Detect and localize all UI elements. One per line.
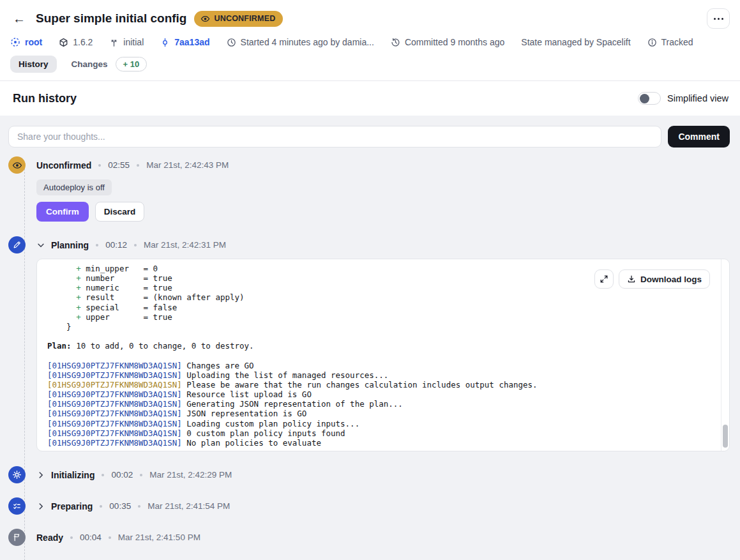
- log-line: + upper = true: [47, 312, 719, 322]
- checklist-icon: [8, 497, 26, 515]
- entry-name: Ready: [36, 533, 63, 543]
- chevron-right-icon[interactable]: [36, 502, 45, 511]
- discard-button[interactable]: Discard: [95, 202, 145, 222]
- log-line: }: [47, 322, 719, 331]
- autodeploy-badge: Autodeploy is off: [36, 179, 112, 195]
- meta-commit[interactable]: 7aa13ad: [160, 37, 209, 47]
- commit-link[interactable]: 7aa13ad: [174, 37, 209, 47]
- log-line: + result = (known after apply): [47, 292, 719, 302]
- meta-version: 1.6.2: [59, 37, 93, 47]
- status-badge-label: UNCONFIRMED: [214, 14, 275, 23]
- run-history-content: Comment Unconfirmed 02:55 Mar 21st, 2:42…: [0, 116, 740, 560]
- section-title: Run history: [13, 92, 77, 105]
- back-button[interactable]: ←: [10, 11, 28, 26]
- simplified-view-label: Simplified view: [667, 93, 729, 103]
- eye-icon: [200, 14, 210, 24]
- run-timeline: Unconfirmed 02:55 Mar 21st, 2:42:43 PM A…: [8, 156, 730, 560]
- log-line: [47, 351, 719, 360]
- timeline-entry-unconfirmed: Unconfirmed 02:55 Mar 21st, 2:42:43 PM A…: [8, 156, 730, 225]
- meta-space[interactable]: root: [10, 37, 42, 47]
- branch-label: initial: [123, 37, 144, 47]
- simplified-view-toggle[interactable]: [638, 92, 661, 105]
- planning-log-panel: + min_upper = 0 + number = true + numeri…: [36, 259, 730, 451]
- expand-logs-button[interactable]: [594, 269, 614, 289]
- log-line: [01HSG9J0PTZJ7FKNM8WD3AQ1SN] 0 custom pl…: [47, 428, 719, 438]
- meta-state-managed: State managed by Spacelift: [521, 37, 630, 47]
- download-icon: [627, 275, 636, 284]
- log-line: [01HSG9J0PTZJ7FKNM8WD3AQ1SN] No plan pol…: [47, 438, 719, 448]
- entry-timestamp: Mar 21st, 2:42:31 PM: [144, 240, 226, 250]
- clock-history-icon: [391, 38, 400, 47]
- version-label: 1.6.2: [73, 37, 93, 47]
- log-scrollbar-thumb[interactable]: [723, 425, 728, 448]
- tab-history[interactable]: History: [10, 56, 57, 73]
- meta-tracked: Tracked: [647, 37, 693, 47]
- run-history-bar: Run history Simplified view: [0, 81, 740, 116]
- meta-committed: Committed 9 months ago: [391, 37, 504, 47]
- log-line: [01HSG9J0PTZJ7FKNM8WD3AQ1SN] Changes are…: [47, 361, 719, 370]
- entry-name: Initializing: [51, 470, 94, 480]
- chevron-down-icon[interactable]: [36, 241, 45, 250]
- info-icon: [647, 38, 657, 47]
- log-line: [01HSG9J0PTZJ7FKNM8WD3AQ1SN] Uploading t…: [47, 370, 719, 380]
- entry-duration: 00:12: [105, 240, 127, 250]
- branch-icon: [109, 38, 119, 47]
- tab-changes[interactable]: Changes: [63, 56, 110, 73]
- cube-icon: [59, 38, 68, 47]
- entry-name: Unconfirmed: [36, 160, 91, 170]
- timeline-entry-ready: Ready 00:04 Mar 21st, 2:41:50 PM: [8, 529, 730, 546]
- clock-icon: [227, 38, 236, 47]
- entry-name: Preparing: [51, 501, 93, 511]
- log-line: [01HSG9J0PTZJ7FKNM8WD3AQ1SN] Please be a…: [47, 380, 719, 390]
- entry-duration: 00:02: [111, 470, 133, 480]
- log-line: Plan: 10 to add, 0 to change, 0 to destr…: [47, 341, 719, 351]
- stack-meta-row: root 1.6.2 initial 7aa1: [10, 37, 730, 47]
- log-line: [01HSG9J0PTZJ7FKNM8WD3AQ1SN] Generating …: [47, 399, 719, 409]
- entry-timestamp: Mar 21st, 2:42:43 PM: [146, 160, 229, 170]
- entry-timestamp: Mar 21st, 2:42:29 PM: [149, 470, 232, 480]
- more-actions-button[interactable]: [707, 8, 730, 29]
- timeline-entry-planning: Planning 00:12 Mar 21st, 2:42:31 PM + mi…: [8, 236, 730, 456]
- confirm-button[interactable]: Confirm: [36, 202, 89, 222]
- gear-icon: [8, 466, 26, 483]
- log-line: [01HSG9J0PTZJ7FKNM8WD3AQ1SN] Resource li…: [47, 390, 719, 399]
- entry-duration: 02:55: [108, 160, 130, 170]
- flag-icon: [8, 529, 26, 546]
- log-scrollbar[interactable]: [721, 259, 729, 451]
- space-icon: [10, 37, 20, 47]
- eye-icon: [8, 156, 26, 174]
- chevron-right-icon[interactable]: [36, 471, 45, 480]
- timeline-entry-preparing: Preparing 00:35 Mar 21st, 2:41:54 PM: [8, 497, 730, 515]
- log-line: [01HSG9J0PTZJ7FKNM8WD3AQ1SN] JSON repres…: [47, 409, 719, 418]
- entry-name: Planning: [51, 240, 89, 250]
- timeline-entry-initializing: Initializing 00:02 Mar 21st, 2:42:29 PM: [8, 466, 730, 483]
- tracked-label: Tracked: [661, 37, 693, 47]
- log-line: + special = false: [47, 303, 719, 312]
- space-link[interactable]: root: [25, 37, 42, 47]
- comment-button[interactable]: Comment: [668, 126, 730, 148]
- download-logs-label: Download logs: [640, 275, 702, 284]
- log-line: [01HSG9J0PTZJ7FKNM8WD3AQ1SN] Loading cus…: [47, 419, 719, 428]
- entry-timestamp: Mar 21st, 2:41:54 PM: [147, 501, 230, 511]
- changes-count-badge[interactable]: + 10: [116, 57, 147, 72]
- expand-icon: [600, 275, 608, 284]
- meta-branch: initial: [109, 37, 144, 47]
- log-line: [47, 331, 719, 341]
- entry-duration: 00:35: [109, 501, 131, 511]
- stack-header: ← Super simple initial config UNCONFIRME…: [0, 0, 740, 81]
- download-logs-button[interactable]: Download logs: [619, 269, 710, 289]
- page-title: Super simple initial config: [36, 11, 186, 26]
- tab-bar: History Changes + 10: [10, 56, 730, 80]
- state-managed-label: State managed by Spacelift: [521, 37, 630, 47]
- meta-started: Started 4 minutes ago by damia...: [227, 37, 374, 47]
- entry-timestamp: Mar 21st, 2:41:50 PM: [118, 533, 200, 542]
- pencil-icon: [8, 236, 26, 254]
- entry-duration: 00:04: [80, 533, 102, 542]
- started-label: Started 4 minutes ago by damia...: [241, 37, 374, 47]
- commit-icon: [160, 38, 170, 47]
- comment-input[interactable]: [8, 126, 661, 148]
- committed-label: Committed 9 months ago: [405, 37, 504, 47]
- status-badge: UNCONFIRMED: [194, 11, 283, 27]
